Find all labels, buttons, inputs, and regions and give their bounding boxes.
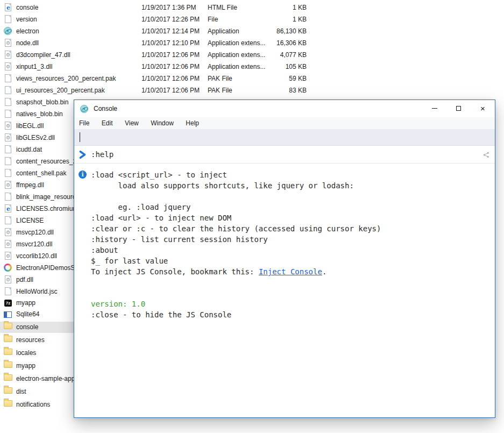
help-output-block: :load <script_url> - to inject load also…	[74, 164, 495, 320]
file-icon	[5, 98, 11, 106]
file-size: 83 KB	[247, 85, 307, 96]
dll-icon	[5, 122, 11, 130]
file-name: xinput1_3.dll	[16, 61, 140, 73]
file-row[interactable]: ui_resources_200_percent.pak 1/10/2017 1…	[0, 85, 311, 96]
history-command: :help	[91, 146, 113, 164]
menu-edit[interactable]: Edit	[100, 117, 115, 129]
help-text: :load <script_url> - to inject load also…	[91, 169, 495, 266]
html-file-icon	[5, 204, 11, 212]
file-size: 86,130 KB	[247, 26, 307, 37]
version-line: version: 1.0	[91, 299, 495, 309]
file-date-modified: 1/10/2017 12:14 PM	[141, 26, 203, 37]
file-icon	[5, 110, 11, 118]
text-caret	[80, 132, 80, 142]
file-date-modified: 1/10/2017 12:06 PM	[141, 73, 203, 84]
share-icon[interactable]	[482, 151, 490, 160]
file-date-modified: 1/10/2017 12:06 PM	[141, 49, 203, 61]
file-row[interactable]: xinput1_3.dll 1/10/2017 12:06 PM Applica…	[0, 61, 311, 73]
folder-icon	[4, 400, 12, 407]
bookmark-line: To inject JS Console, bookmark this: Inj…	[91, 266, 495, 277]
file-date-modified: 1/10/2017 12:06 PM	[141, 61, 203, 73]
file-icon	[5, 157, 11, 165]
folder-icon	[4, 336, 12, 342]
file-size: 105 KB	[247, 61, 307, 73]
file-icon	[5, 169, 11, 177]
folder-icon	[4, 349, 12, 355]
console-input[interactable]	[74, 129, 495, 146]
dll-icon	[5, 133, 11, 141]
file-name: console	[16, 2, 140, 13]
prompt-chevron-icon	[79, 150, 88, 161]
bookmark-suffix: .	[322, 267, 326, 276]
file-date-modified: 1/19/2017 1:36 PM	[141, 2, 203, 13]
menu-file[interactable]: File	[77, 117, 91, 129]
file-date-modified: 1/10/2017 12:10 PM	[141, 38, 203, 49]
menu-bar: File Edit View Window Help	[74, 117, 495, 129]
window-title: Console	[94, 100, 117, 117]
file-name: node.dll	[16, 38, 140, 49]
file-row[interactable]: node.dll 1/10/2017 12:10 PM Application …	[0, 38, 311, 49]
file-name: version	[16, 14, 140, 25]
dll-icon	[5, 228, 11, 236]
history-entry-row[interactable]: :help	[74, 146, 495, 164]
dll-icon	[5, 252, 11, 260]
file-size: 16,306 KB	[247, 38, 307, 49]
file-date-modified: 1/10/2017 12:06 PM	[141, 85, 203, 96]
electron-icon	[80, 105, 88, 113]
file-size: 1 KB	[247, 2, 307, 13]
dll-icon	[5, 275, 11, 283]
file-row[interactable]: electron 1/10/2017 12:14 PM Application …	[0, 26, 311, 37]
close-button[interactable]: ×	[471, 100, 495, 116]
bookmark-prefix: To inject JS Console, bookmark this:	[91, 267, 259, 276]
minimize-button[interactable]	[422, 100, 446, 116]
maximize-icon	[456, 106, 461, 111]
console-window: Console × File Edit View Window Help	[74, 100, 495, 418]
inject-console-link[interactable]: Inject Console	[259, 267, 322, 276]
file-size: 4,077 KB	[247, 49, 307, 61]
console-output-area: :help :load <script_url> - to inject loa…	[74, 146, 495, 320]
menu-help[interactable]: Help	[183, 117, 201, 129]
file-row[interactable]: version 1/10/2017 12:26 PM File 1 KB	[0, 14, 311, 25]
window-controls: ×	[422, 100, 495, 116]
file-size: 1 KB	[247, 14, 307, 25]
electron-app-icon	[4, 27, 12, 35]
archive-7z-icon	[4, 300, 12, 307]
file-row[interactable]: views_resources_200_percent.pak 1/10/201…	[0, 73, 311, 84]
menu-window[interactable]: Window	[148, 117, 176, 129]
file-icon	[5, 145, 11, 153]
file-name: d3dcompiler_47.dll	[16, 49, 140, 61]
file-icon	[5, 193, 11, 201]
file-row[interactable]: d3dcompiler_47.dll 1/10/2017 12:06 PM Ap…	[0, 49, 311, 61]
file-icon	[5, 15, 11, 23]
sqlite-icon	[4, 311, 12, 318]
dll-icon	[5, 240, 11, 248]
maximize-button[interactable]	[446, 100, 471, 116]
file-row[interactable]: console 1/19/2017 1:36 PM HTML File 1 KB	[0, 2, 311, 13]
dll-icon	[5, 181, 11, 189]
file-name: views_resources_200_percent.pak	[16, 73, 140, 84]
minimize-icon	[432, 108, 437, 109]
file-name: electron	[16, 26, 140, 37]
file-icon	[5, 74, 11, 82]
dll-icon	[5, 62, 11, 70]
file-size: 59 KB	[247, 73, 307, 84]
file-icon	[5, 216, 11, 224]
menu-view[interactable]: View	[123, 117, 141, 129]
folder-icon	[4, 323, 12, 329]
file-icon	[5, 86, 11, 94]
info-icon	[79, 171, 87, 179]
folder-icon	[4, 387, 12, 394]
html-file-icon	[5, 3, 11, 11]
electron-rainbow-icon	[4, 264, 12, 272]
dll-icon	[5, 39, 11, 47]
folder-icon	[4, 361, 12, 368]
close-icon: ×	[480, 104, 485, 112]
folder-icon	[4, 374, 12, 381]
dll-icon	[5, 51, 11, 59]
file-name: ui_resources_200_percent.pak	[16, 85, 140, 96]
window-titlebar[interactable]: Console ×	[74, 100, 495, 117]
file-icon	[5, 287, 11, 295]
close-hint-line: :close - to hide the JS Console	[91, 309, 495, 320]
file-date-modified: 1/10/2017 12:26 PM	[141, 14, 203, 25]
